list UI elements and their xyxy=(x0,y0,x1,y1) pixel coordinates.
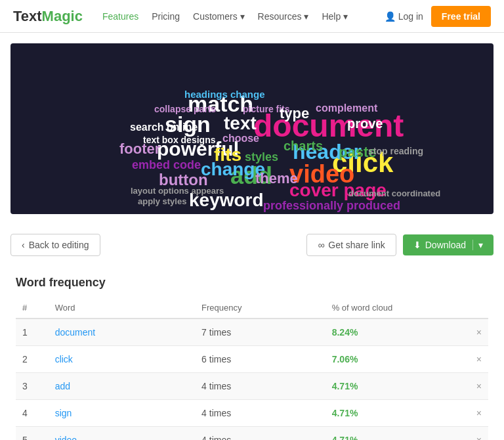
delete-row-button[interactable]: × xyxy=(455,346,488,373)
word-cloud-word: apply styles xyxy=(138,197,186,206)
cell-num: 3 xyxy=(16,373,49,400)
cell-word[interactable]: sign xyxy=(49,400,195,427)
cell-frequency: 4 times xyxy=(195,400,326,427)
delete-row-button[interactable]: × xyxy=(455,373,488,400)
back-to-editing-button[interactable]: ‹ Back to editing xyxy=(10,234,100,256)
cell-pct: 7.06% xyxy=(326,346,456,373)
word-cloud-word: styles xyxy=(245,151,278,163)
delete-row-button[interactable]: × xyxy=(455,427,488,441)
download-icon: ⬇ xyxy=(413,240,421,250)
cell-num: 5 xyxy=(16,427,49,441)
cell-word[interactable]: document xyxy=(49,319,195,346)
logo: TextMagic xyxy=(13,8,83,25)
toolbar: ‹ Back to editing ∞ Get share link ⬇ Dow… xyxy=(10,227,494,263)
table-row: 4 sign 4 times 4.71% × xyxy=(16,400,488,427)
cell-num: 2 xyxy=(16,346,49,373)
word-cloud-word: type xyxy=(280,106,309,121)
word-cloud-word: prove xyxy=(347,117,383,130)
table-row: 3 add 4 times 4.71% × xyxy=(16,373,488,400)
cell-word[interactable]: video xyxy=(49,427,195,441)
download-caret-icon[interactable]: ▾ xyxy=(472,240,483,250)
table-row: 5 video 4 times 4.71% × xyxy=(16,427,488,441)
word-cloud-word: headings change xyxy=(184,89,265,99)
cell-pct: 4.71% xyxy=(326,400,456,427)
word-cloud-word: professionally produced xyxy=(263,200,400,211)
table-row: 1 document 7 times 8.24% × xyxy=(16,319,488,346)
main-content: documentclickvideoheadermatchsigntextpow… xyxy=(0,33,504,440)
word-cloud-word: complement xyxy=(316,103,377,114)
word-cloud-word: charts xyxy=(284,139,323,152)
free-trial-button[interactable]: Free trial xyxy=(431,6,491,27)
word-cloud-word: text box designs xyxy=(143,135,215,144)
nav-help[interactable]: Help ▾ xyxy=(322,11,348,22)
cell-frequency: 7 times xyxy=(195,319,326,346)
word-cloud-word: text xyxy=(224,114,257,133)
word-cloud: documentclickvideoheadermatchsigntextpow… xyxy=(10,43,494,214)
nav-resources[interactable]: Resources ▾ xyxy=(258,11,309,22)
cell-frequency: 4 times xyxy=(195,427,326,441)
word-cloud-word: theme xyxy=(255,171,298,186)
user-icon: 👤 xyxy=(385,11,396,22)
cell-pct: 8.24% xyxy=(326,319,456,346)
navbar: TextMagic Features Pricing Customers ▾ R… xyxy=(0,0,504,33)
cell-num: 1 xyxy=(16,319,49,346)
col-header-word: Word xyxy=(49,297,195,319)
nav-pricing[interactable]: Pricing xyxy=(152,11,180,22)
col-header-num: # xyxy=(16,297,49,319)
chevron-left-icon: ‹ xyxy=(22,240,25,250)
word-cloud-word: document coordinated xyxy=(348,189,440,198)
cell-pct: 4.71% xyxy=(326,373,456,400)
cell-word[interactable]: click xyxy=(49,346,195,373)
col-header-frequency: Frequency xyxy=(195,297,326,319)
word-cloud-word: search online xyxy=(130,122,198,133)
link-icon: ∞ xyxy=(318,240,324,250)
word-cloud-word: embed code xyxy=(132,159,201,171)
col-header-pct: % of word cloud xyxy=(326,297,456,319)
cell-num: 4 xyxy=(16,400,49,427)
cell-pct: 4.71% xyxy=(326,427,456,441)
word-cloud-word: choose xyxy=(222,133,259,144)
cell-frequency: 4 times xyxy=(195,373,326,400)
delete-row-button[interactable]: × xyxy=(455,400,488,427)
cell-word[interactable]: add xyxy=(49,373,195,400)
word-frequency-section: Word frequency # Word Frequency % of wor… xyxy=(10,276,494,440)
nav-links: Features Pricing Customers ▾ Resources ▾… xyxy=(102,11,385,22)
toolbar-right: ∞ Get share link ⬇ Download ▾ xyxy=(306,234,494,256)
freq-title: Word frequency xyxy=(16,276,488,290)
delete-row-button[interactable]: × xyxy=(455,319,488,346)
nav-customers[interactable]: Customers ▾ xyxy=(193,11,245,22)
word-cloud-word: layout options appears xyxy=(131,187,224,195)
nav-actions: 👤 Log in Free trial xyxy=(385,6,491,27)
word-cloud-word: collapse parts xyxy=(154,104,216,114)
get-share-link-button[interactable]: ∞ Get share link xyxy=(306,234,396,256)
download-button[interactable]: ⬇ Download ▾ xyxy=(403,234,494,255)
word-cloud-word: stop reading xyxy=(368,146,423,156)
nav-features[interactable]: Features xyxy=(102,11,138,22)
freq-table: # Word Frequency % of word cloud 1 docum… xyxy=(16,297,488,440)
col-header-del xyxy=(455,297,488,319)
login-button[interactable]: 👤 Log in xyxy=(385,11,423,22)
table-row: 2 click 6 times 7.06% × xyxy=(16,346,488,373)
cell-frequency: 6 times xyxy=(195,346,326,373)
table-header-row: # Word Frequency % of word cloud xyxy=(16,297,488,319)
